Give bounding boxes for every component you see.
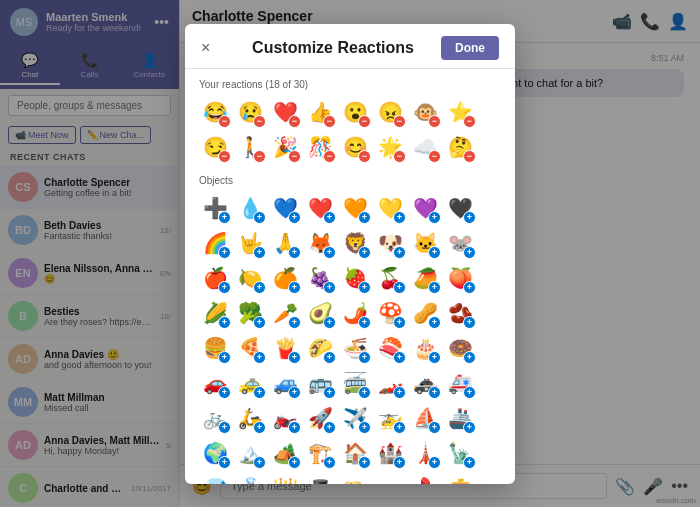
object-emoji-item[interactable]: 🧡 + [339, 192, 371, 224]
object-emoji-item[interactable]: 🚀 + [304, 402, 336, 434]
object-emoji-item[interactable]: 🍩 + [444, 332, 476, 364]
object-emoji-item[interactable]: 🥑 + [304, 297, 336, 329]
reaction-emoji-item[interactable]: 😠 − [374, 96, 406, 128]
reaction-emoji-item[interactable]: ❤️ − [269, 96, 301, 128]
object-emoji-item[interactable]: ❤️ + [304, 192, 336, 224]
object-emoji-item[interactable]: 🚁 + [374, 402, 406, 434]
object-emoji-item[interactable]: ⛵ + [409, 402, 441, 434]
reaction-emoji-item[interactable]: 😢 − [234, 96, 266, 128]
remove-badge: − [253, 150, 266, 163]
reaction-emoji-item[interactable]: 👍 − [304, 96, 336, 128]
object-emoji-item[interactable]: 🍑 + [444, 262, 476, 294]
modal-overlay[interactable]: × Customize Reactions Done Your reaction… [0, 0, 700, 507]
object-emoji-item[interactable]: 🍕 + [234, 332, 266, 364]
object-emoji-item[interactable]: 💍 + [234, 472, 266, 484]
reaction-emoji-item[interactable]: 😊 − [339, 131, 371, 163]
object-emoji-item[interactable]: 🥜 + [409, 297, 441, 329]
object-emoji-item[interactable]: 🍣 + [374, 332, 406, 364]
object-emoji-item[interactable]: 🍎 + [199, 262, 231, 294]
reaction-emoji-item[interactable]: ⭐ − [444, 96, 476, 128]
object-emoji-item[interactable]: 🍔 + [199, 332, 231, 364]
object-emoji-item[interactable]: 🎂 + [409, 332, 441, 364]
object-emoji-item[interactable]: 💎 + [199, 472, 231, 484]
add-badge: + [393, 351, 406, 364]
object-emoji-item[interactable]: 🏠 + [339, 437, 371, 469]
object-emoji-item[interactable]: 🚌 + [304, 367, 336, 399]
object-emoji-item[interactable]: 🌍 + [199, 437, 231, 469]
object-emoji-item[interactable]: 🍒 + [374, 262, 406, 294]
object-emoji-item[interactable]: 💧 + [234, 192, 266, 224]
object-emoji-item[interactable]: 🍋 + [234, 262, 266, 294]
object-emoji-item[interactable]: ✈️ + [339, 402, 371, 434]
object-emoji-item[interactable]: 💙 + [269, 192, 301, 224]
object-emoji-item[interactable]: 🫘 + [444, 297, 476, 329]
reaction-emoji-item[interactable]: 🎉 − [269, 131, 301, 163]
object-emoji-item[interactable]: 🥭 + [409, 262, 441, 294]
object-emoji-item[interactable]: 👛 + [444, 472, 476, 484]
object-emoji-item[interactable]: 🤟 + [234, 227, 266, 259]
object-emoji-item[interactable]: 🚎 + [339, 367, 371, 399]
object-emoji-item[interactable]: 🚢 + [444, 402, 476, 434]
object-emoji-item[interactable]: 👑 + [269, 472, 301, 484]
done-button[interactable]: Done [441, 36, 499, 60]
object-emoji-item[interactable]: 👒 + [339, 472, 371, 484]
reaction-emoji-item[interactable]: 😏 − [199, 131, 231, 163]
object-emoji-item[interactable]: 🏎️ + [374, 367, 406, 399]
close-icon[interactable]: × [201, 39, 225, 57]
add-badge: + [428, 211, 441, 224]
object-emoji-item[interactable]: ➕ + [199, 192, 231, 224]
object-emoji-item[interactable]: 🚙 + [269, 367, 301, 399]
object-emoji-item[interactable]: 🐶 + [374, 227, 406, 259]
object-emoji-item[interactable]: 🎩 + [304, 472, 336, 484]
object-emoji-item[interactable]: 🏍️ + [269, 402, 301, 434]
reaction-emoji-item[interactable]: 😮 − [339, 96, 371, 128]
object-emoji-item[interactable]: 🦊 + [304, 227, 336, 259]
add-badge: + [288, 421, 301, 434]
object-emoji-item[interactable]: 🌶️ + [339, 297, 371, 329]
object-emoji-item[interactable]: 🍊 + [269, 262, 301, 294]
object-emoji-item[interactable]: 💛 + [374, 192, 406, 224]
object-emoji-item[interactable]: 🍓 + [339, 262, 371, 294]
object-emoji-item[interactable]: 🦁 + [339, 227, 371, 259]
object-emoji-item[interactable]: 💜 + [409, 192, 441, 224]
reaction-emoji-item[interactable]: 🤔 − [444, 131, 476, 163]
object-emoji-item[interactable]: 🗼 + [409, 437, 441, 469]
object-emoji-item[interactable]: 🌮 + [304, 332, 336, 364]
object-emoji-item[interactable]: 🚲 + [199, 402, 231, 434]
object-emoji-item[interactable]: 🌈 + [199, 227, 231, 259]
object-emoji-item[interactable]: 🏕️ + [269, 437, 301, 469]
object-emoji-item[interactable]: 🏗️ + [304, 437, 336, 469]
object-emoji-item[interactable]: 🚑 + [444, 367, 476, 399]
reaction-emoji-item[interactable]: 🚶 − [234, 131, 266, 163]
object-emoji-item[interactable]: 🖤 + [444, 192, 476, 224]
object-emoji-item[interactable]: 🕶️ + [374, 472, 406, 484]
add-badge: + [253, 316, 266, 329]
object-emoji-item[interactable]: 🏰 + [374, 437, 406, 469]
object-emoji-item[interactable]: 🍇 + [304, 262, 336, 294]
add-badge: + [323, 351, 336, 364]
object-emoji-item[interactable]: 💄 + [409, 472, 441, 484]
object-emoji-item[interactable]: 🛵 + [234, 402, 266, 434]
object-emoji-item[interactable]: 🐱 + [409, 227, 441, 259]
object-emoji-item[interactable]: 🚕 + [234, 367, 266, 399]
reaction-emoji-item[interactable]: ☁️ − [409, 131, 441, 163]
object-emoji-item[interactable]: 🍟 + [269, 332, 301, 364]
add-badge: + [463, 316, 476, 329]
object-emoji-item[interactable]: 🥕 + [269, 297, 301, 329]
object-emoji-item[interactable]: 🚗 + [199, 367, 231, 399]
reaction-emoji-item[interactable]: 😂 − [199, 96, 231, 128]
object-emoji-item[interactable]: 🍄 + [374, 297, 406, 329]
object-emoji-item[interactable]: 🗽 + [444, 437, 476, 469]
reaction-emoji-item[interactable]: 🌟 − [374, 131, 406, 163]
object-emoji-item[interactable]: 🚓 + [409, 367, 441, 399]
object-emoji-item[interactable]: 🍜 + [339, 332, 371, 364]
reaction-emoji-item[interactable]: 🐵 − [409, 96, 441, 128]
object-emoji-item[interactable]: 🐭 + [444, 227, 476, 259]
object-emoji-item[interactable]: 🥦 + [234, 297, 266, 329]
object-emoji-item[interactable]: 🙏 + [269, 227, 301, 259]
add-badge: + [393, 281, 406, 294]
object-emoji-item[interactable]: 🌽 + [199, 297, 231, 329]
reaction-emoji-item[interactable]: 🎊 − [304, 131, 336, 163]
object-emoji-item[interactable]: 🏔️ + [234, 437, 266, 469]
add-badge: + [218, 246, 231, 259]
